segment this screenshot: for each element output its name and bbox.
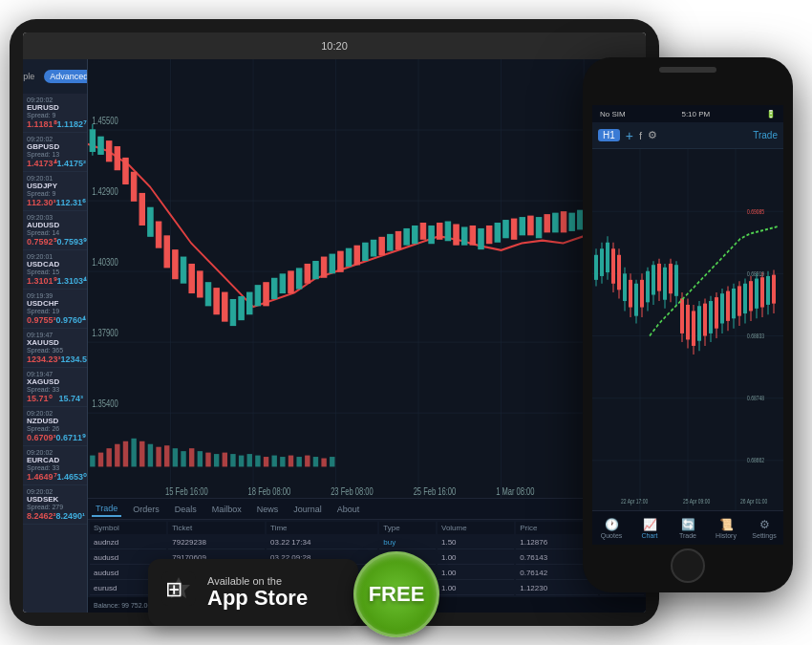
svg-rect-158 (674, 265, 678, 296)
phone-trade-button[interactable]: Trade (753, 130, 778, 140)
svg-rect-18 (131, 172, 136, 201)
svg-rect-34 (264, 283, 268, 306)
svg-rect-64 (511, 219, 516, 239)
svg-rect-130 (594, 255, 598, 280)
svg-rect-146 (640, 280, 644, 308)
svg-rect-19 (139, 194, 144, 226)
svg-rect-26 (198, 271, 203, 297)
svg-rect-71 (569, 213, 574, 230)
svg-rect-0 (88, 59, 646, 498)
phone-nav-chart[interactable]: 📈Chart (630, 518, 669, 539)
phone-indicator-icon[interactable]: f (639, 130, 642, 141)
col-time: Time (267, 522, 377, 534)
svg-rect-107 (272, 456, 277, 467)
currency-item[interactable]: 09:19:47 XAGUSD Spread: 33 15.71⁰ 15.74³ (23, 368, 87, 407)
phone-nav-history[interactable]: 📜History (707, 518, 745, 539)
svg-rect-170 (709, 301, 713, 333)
svg-text:22 Apr 17:00: 22 Apr 17:00 (621, 499, 648, 505)
appstore-badge[interactable]: ⊞ Available on the App Store (148, 559, 358, 626)
currency-item[interactable]: 09:19:47 XAUUSD Spread: 365 1234.23³ 123… (23, 329, 87, 368)
col-type: Type (379, 522, 436, 534)
svg-rect-51 (404, 229, 409, 245)
svg-text:0.68833: 0.68833 (747, 333, 764, 340)
svg-rect-100 (214, 454, 219, 466)
col-volume: Volume (438, 522, 514, 534)
advanced-tab[interactable]: Advanced (44, 70, 88, 83)
chart-area: 1.45500 1.42900 1.40300 1.37900 1.35400 (88, 59, 646, 498)
svg-rect-40 (313, 262, 318, 279)
currency-item[interactable]: 09:20:01 USDCAD Spread: 15 1.3101⁹ 1.310… (23, 250, 87, 290)
currency-item[interactable]: 09:20:03 AUDUSD Spread: 14 0.7592⁵ 0.759… (23, 211, 87, 250)
appstore-store-name: App Store (207, 587, 308, 610)
currency-item[interactable]: 09:20:02 EURUSD Spread: 9 1.1181⁸ 1.1182… (23, 94, 87, 133)
svg-rect-21 (156, 222, 160, 247)
svg-rect-103 (239, 456, 244, 467)
svg-rect-184 (749, 281, 753, 311)
svg-text:18 Feb 08:00: 18 Feb 08:00 (248, 486, 291, 497)
currency-item[interactable]: 09:19:39 USDCHF Spread: 19 0.9755³ 0.976… (23, 290, 87, 329)
tablet: 10:20 Simple Advanced + 09:20:02 EURUSD … (10, 19, 659, 626)
phone-bottom-nav: 🕐Quotes📈Chart🔄Trade📜History⚙Settings (592, 510, 783, 545)
phone-plus-icon[interactable]: + (626, 128, 633, 143)
bottom-tab-mailbox[interactable]: Mailbox (208, 503, 246, 516)
svg-rect-98 (198, 451, 203, 466)
svg-rect-176 (726, 291, 730, 321)
phone-chart-area: 0.69085 0.68919 0.68833 0.68748 0.68662 … (592, 149, 783, 510)
svg-text:1.42900: 1.42900 (92, 186, 118, 197)
svg-rect-53 (420, 224, 425, 239)
bottom-tab-journal[interactable]: Journal (289, 503, 326, 516)
table-row[interactable]: audnzd 79229238 03.22 17:34 buy 1.50 1.1… (90, 536, 644, 549)
svg-rect-65 (520, 218, 524, 235)
svg-rect-114 (330, 457, 334, 466)
bottom-tab-trade[interactable]: Trade (92, 502, 121, 517)
bottom-tab-news[interactable]: News (253, 503, 283, 516)
svg-text:26 Apr 01:00: 26 Apr 01:00 (740, 499, 767, 505)
svg-rect-101 (223, 453, 227, 467)
phone-timeframe[interactable]: H1 (598, 129, 620, 141)
phone-settings-icon[interactable]: ⚙ (648, 129, 657, 141)
svg-rect-132 (600, 248, 604, 276)
phone-home-button[interactable] (671, 548, 705, 583)
free-badge: FREE (353, 551, 439, 637)
svg-rect-180 (737, 286, 741, 315)
bottom-tab-orders[interactable]: Orders (129, 503, 163, 516)
tablet-time: 10:20 (321, 40, 348, 52)
currency-item[interactable]: 09:20:02 USDSEK Spread: 279 8.2462² 8.24… (23, 485, 87, 525)
svg-rect-89 (123, 441, 128, 467)
bottom-tab-about[interactable]: About (333, 503, 364, 516)
svg-text:1.35400: 1.35400 (92, 398, 118, 409)
svg-rect-168 (703, 304, 707, 336)
svg-rect-104 (247, 454, 252, 466)
free-text: FREE (369, 582, 425, 607)
svg-rect-156 (669, 264, 673, 293)
tablet-screen: 10:20 Simple Advanced + 09:20:02 EURUSD … (23, 32, 646, 613)
phone-nav-settings[interactable]: ⚙Settings (745, 518, 783, 539)
svg-rect-67 (536, 218, 541, 238)
svg-rect-69 (553, 213, 558, 231)
currency-item[interactable]: 09:20:02 NZDUSD Spread: 26 0.6709³ 0.671… (23, 407, 87, 446)
svg-rect-17 (123, 159, 128, 184)
scene: 10:20 Simple Advanced + 09:20:02 EURUSD … (0, 0, 812, 645)
svg-rect-136 (611, 248, 615, 283)
bottom-tab-deals[interactable]: Deals (171, 503, 201, 516)
phone-notch (659, 67, 716, 73)
svg-rect-94 (164, 445, 169, 466)
svg-text:23 Feb 08:00: 23 Feb 08:00 (331, 486, 374, 497)
svg-rect-50 (395, 232, 400, 249)
phone-statusbar: No SIM 5:10 PM 🔋 (592, 105, 783, 122)
simple-tab[interactable]: Simple (23, 70, 40, 83)
svg-rect-14 (98, 137, 103, 154)
currency-item[interactable]: 09:20:01 USDJPY Spread: 9 112.30³ 112.31… (23, 172, 87, 211)
svg-text:0.68748: 0.68748 (747, 396, 764, 402)
sidebar-header: Simple Advanced + (23, 59, 87, 94)
svg-rect-154 (663, 268, 667, 300)
svg-text:1.37900: 1.37900 (92, 328, 118, 338)
phone-nav-trade[interactable]: 🔄Trade (669, 518, 707, 539)
currency-item[interactable]: 09:20:02 GBPUSD Spread: 13 1.4173⁴ 1.417… (23, 133, 87, 172)
svg-text:1.40300: 1.40300 (92, 257, 118, 268)
svg-rect-49 (388, 235, 393, 250)
currency-item[interactable]: 09:20:02 EURCAD Spread: 33 1.4649⁷ 1.465… (23, 446, 87, 485)
svg-rect-109 (288, 456, 293, 467)
phone-nav-quotes[interactable]: 🕐Quotes (592, 518, 630, 539)
svg-rect-162 (686, 305, 690, 339)
